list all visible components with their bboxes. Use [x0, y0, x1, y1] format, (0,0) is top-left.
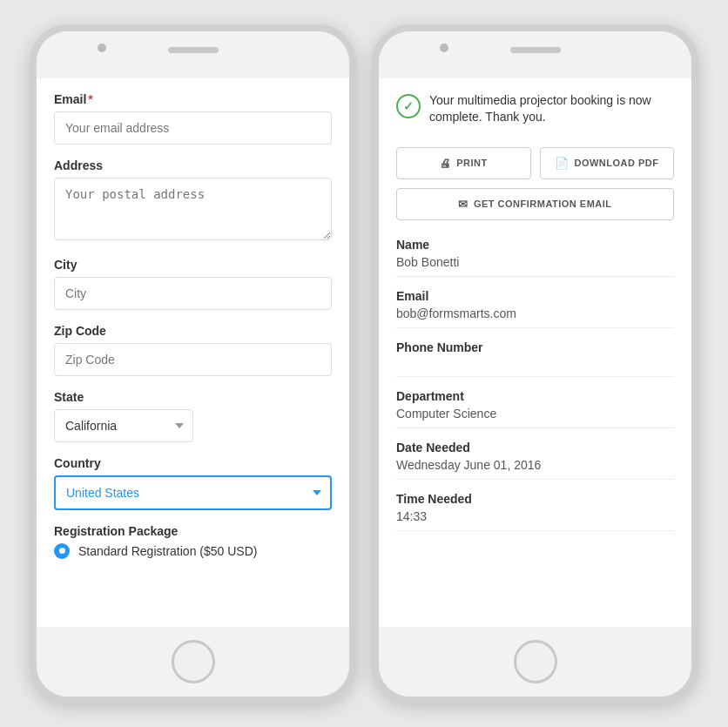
- date-value: Wednesday June 01, 2016: [396, 458, 674, 480]
- zip-group: Zip Code: [54, 324, 332, 376]
- date-row: Date Needed Wednesday June 01, 2016: [396, 441, 674, 480]
- country-select[interactable]: United States: [54, 475, 332, 510]
- address-input[interactable]: [54, 178, 332, 240]
- pdf-icon: [555, 157, 570, 170]
- email-detail-label: Email: [396, 289, 674, 303]
- email-row: Email bob@formsmarts.com: [396, 289, 674, 328]
- email-confirmation-button[interactable]: GET CONFIRMATION EMAIL: [396, 188, 674, 220]
- phone-top-bar-2: [379, 31, 691, 78]
- home-button-1[interactable]: [172, 640, 215, 683]
- zip-input[interactable]: [54, 343, 332, 376]
- country-group: Country United States: [54, 456, 332, 510]
- zip-label: Zip Code: [54, 324, 332, 338]
- registration-group: Registration Package Standard Registrati…: [54, 524, 332, 559]
- registration-label: Registration Package: [54, 524, 332, 538]
- department-value: Computer Science: [396, 407, 674, 428]
- speaker-1: [168, 47, 219, 53]
- city-input[interactable]: [54, 277, 332, 310]
- date-label: Date Needed: [396, 441, 674, 454]
- print-label: PRINT: [456, 158, 488, 168]
- radio-dot: [54, 543, 70, 559]
- camera-2: [440, 44, 448, 52]
- email-icon: [458, 198, 468, 211]
- phone-bottom-1: [37, 627, 349, 697]
- print-icon: [440, 157, 452, 170]
- phone-confirmation: ✓ Your multimedia projector booking is n…: [372, 24, 698, 703]
- speaker-2: [510, 47, 561, 53]
- action-buttons-row: PRINT DOWNLOAD PDF: [396, 147, 674, 179]
- registration-option[interactable]: Standard Registration ($50 USD): [54, 543, 332, 559]
- email-input[interactable]: [54, 111, 332, 145]
- country-label: Country: [54, 456, 332, 470]
- email-group: Email*: [54, 92, 332, 145]
- camera-1: [98, 44, 106, 52]
- state-label: State: [54, 390, 332, 404]
- time-value: 14:33: [396, 509, 674, 531]
- success-message: Your multimedia projector booking is now…: [429, 92, 674, 126]
- city-label: City: [54, 258, 332, 272]
- city-group: City: [54, 258, 332, 310]
- address-label: Address: [54, 158, 332, 172]
- address-group: Address: [54, 158, 332, 244]
- phone-value: [396, 358, 674, 377]
- email-detail-value: bob@formsmarts.com: [396, 306, 674, 328]
- phone-bottom-2: [379, 627, 691, 697]
- phone-top-bar-1: [37, 31, 349, 78]
- check-mark: ✓: [403, 99, 414, 113]
- download-label: DOWNLOAD PDF: [574, 158, 658, 168]
- success-icon: ✓: [396, 94, 421, 118]
- state-select[interactable]: California: [54, 409, 193, 442]
- state-group: State California: [54, 390, 332, 442]
- name-row: Name Bob Bonetti: [396, 238, 674, 277]
- phone-row: Phone Number: [396, 340, 674, 377]
- download-pdf-button[interactable]: DOWNLOAD PDF: [540, 147, 675, 179]
- name-label: Name: [396, 238, 674, 252]
- phone-form: Email* Address City Zip Code: [30, 24, 356, 703]
- radio-dot-inner: [59, 548, 65, 554]
- name-value: Bob Bonetti: [396, 255, 674, 277]
- phone-label: Phone Number: [396, 340, 674, 354]
- time-row: Time Needed 14:33: [396, 492, 674, 531]
- home-button-2[interactable]: [514, 640, 557, 683]
- time-label: Time Needed: [396, 492, 674, 506]
- success-banner: ✓ Your multimedia projector booking is n…: [396, 92, 674, 130]
- email-conf-label: GET CONFIRMATION EMAIL: [474, 199, 612, 209]
- department-label: Department: [396, 389, 674, 403]
- department-row: Department Computer Science: [396, 389, 674, 428]
- confirmation-screen: ✓ Your multimedia projector booking is n…: [379, 78, 691, 627]
- print-button[interactable]: PRINT: [396, 147, 531, 179]
- form-screen: Email* Address City Zip Code: [37, 78, 349, 627]
- registration-option-label: Standard Registration ($50 USD): [78, 544, 257, 558]
- email-label: Email*: [54, 92, 332, 106]
